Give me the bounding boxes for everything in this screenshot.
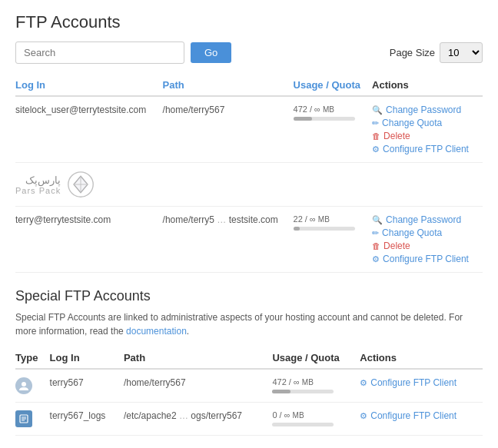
special-section-title: Special FTP Accounts bbox=[15, 288, 483, 304]
configure-ftp-link[interactable]: Configure FTP Client bbox=[372, 144, 476, 154]
cell-actions: Configure FTP Client bbox=[360, 369, 483, 403]
delete-link[interactable]: Delete bbox=[372, 131, 476, 141]
cell-login: terry567 bbox=[50, 369, 124, 403]
gear-icon bbox=[372, 254, 380, 264]
cell-actions: Configure FTP Client bbox=[360, 403, 483, 436]
progress-bar-bg bbox=[272, 423, 334, 426]
change-password-link[interactable]: Change Password bbox=[372, 105, 476, 115]
progress-bar-bg bbox=[272, 390, 334, 393]
table-row: terry@terrytestsite.com /home/terry5 … t… bbox=[15, 207, 483, 273]
pencil-icon bbox=[372, 118, 379, 128]
delete-link-2[interactable]: Delete bbox=[372, 241, 476, 251]
special-table-row: terry567_logs /etc/apache2 … ogs/terry56… bbox=[15, 403, 483, 436]
special-ftp-table: Type Log In Path Usage / Quota Actions t… bbox=[15, 347, 483, 436]
col-actions: Actions bbox=[372, 75, 483, 96]
change-quota-link[interactable]: Change Quota bbox=[372, 118, 476, 128]
pencil-icon bbox=[372, 227, 379, 238]
table-header-row: Log In Path Usage / Quota Actions bbox=[15, 75, 483, 96]
actions-cell: Change Password Change Quota Delete Conf… bbox=[372, 105, 476, 154]
pars-pack-text: پارس‌پک Pars Pack bbox=[15, 174, 61, 195]
cell-usage: 0 / ∞ MB bbox=[272, 403, 360, 436]
trash-icon bbox=[372, 131, 380, 141]
special-configure-ftp-link-1[interactable]: Configure FTP Client bbox=[360, 377, 476, 388]
cell-path: /home/terry567 bbox=[163, 96, 294, 163]
cell-usage: 472 / ∞ MB bbox=[272, 369, 360, 403]
progress-bar-bg bbox=[294, 227, 355, 231]
cell-actions: Change Password Change Quota Delete Conf… bbox=[372, 207, 483, 273]
documentation-link[interactable]: documentation bbox=[126, 326, 187, 337]
user-type-icon bbox=[15, 377, 32, 394]
page-size-label: Page Size bbox=[390, 47, 435, 58]
col-login: Log In bbox=[50, 347, 124, 369]
change-password-link-2[interactable]: Change Password bbox=[372, 214, 476, 225]
cell-actions: Change Password Change Quota Delete Conf… bbox=[372, 96, 483, 163]
gear-icon bbox=[360, 410, 367, 421]
logo-area: پارس‌پک Pars Pack bbox=[15, 168, 483, 201]
cell-login: sitelock_user@terrytestsite.com bbox=[15, 96, 163, 163]
search-input[interactable] bbox=[15, 41, 184, 64]
ftp-accounts-table: Log In Path Usage / Quota Actions sitelo… bbox=[15, 75, 483, 273]
gear-icon bbox=[360, 377, 367, 388]
pars-pack-logo bbox=[67, 171, 95, 198]
cell-path: /home/terry5 … testsite.com bbox=[163, 207, 294, 273]
cell-type bbox=[15, 403, 50, 436]
trash-icon bbox=[372, 241, 380, 251]
col-usage: Usage / Quota bbox=[294, 75, 373, 96]
col-path: Path bbox=[163, 75, 294, 96]
special-configure-ftp-link-2[interactable]: Configure FTP Client bbox=[360, 410, 476, 421]
logo-row: پارس‌پک Pars Pack bbox=[15, 163, 483, 207]
user-icon bbox=[18, 380, 29, 391]
cell-usage: 472 / ∞ MB bbox=[294, 96, 373, 163]
progress-bar-fill bbox=[294, 227, 300, 231]
search-icon bbox=[372, 105, 383, 115]
col-actions: Actions bbox=[360, 347, 483, 369]
cell-usage: 22 / ∞ MB bbox=[294, 207, 373, 273]
cell-type bbox=[15, 369, 50, 403]
cell-path: /home/terry567 bbox=[124, 369, 272, 403]
logo-cell: پارس‌پک Pars Pack bbox=[15, 163, 483, 207]
page-title: FTP Accounts bbox=[15, 12, 483, 32]
logs-type-icon bbox=[15, 410, 32, 427]
page-size-select[interactable]: 10 25 50 100 bbox=[440, 42, 483, 63]
col-usage: Usage / Quota bbox=[272, 347, 360, 369]
page-size-control: Page Size 10 25 50 100 bbox=[390, 42, 483, 63]
change-quota-link-2[interactable]: Change Quota bbox=[372, 227, 476, 238]
cell-login: terry@terrytestsite.com bbox=[15, 207, 163, 273]
search-icon bbox=[372, 214, 383, 225]
col-login: Log In bbox=[15, 75, 163, 96]
progress-bar-fill bbox=[294, 117, 312, 121]
configure-ftp-link-2[interactable]: Configure FTP Client bbox=[372, 254, 476, 264]
progress-bar-fill bbox=[272, 390, 290, 393]
special-table-header-row: Type Log In Path Usage / Quota Actions bbox=[15, 347, 483, 369]
special-table-row: terry567 /home/terry567 472 / ∞ MB Confi… bbox=[15, 369, 483, 403]
logs-icon bbox=[18, 413, 29, 424]
actions-cell: Change Password Change Quota Delete Conf… bbox=[372, 214, 476, 264]
gear-icon bbox=[372, 144, 380, 154]
go-button[interactable]: Go bbox=[191, 42, 231, 63]
col-path: Path bbox=[124, 347, 272, 369]
svg-point-5 bbox=[22, 382, 26, 387]
cell-path: /etc/apache2 … ogs/terry567 bbox=[124, 403, 272, 436]
cell-login: terry567_logs bbox=[50, 403, 124, 436]
special-section-desc: Special FTP Accounts are linked to admin… bbox=[15, 310, 483, 338]
table-row: sitelock_user@terrytestsite.com /home/te… bbox=[15, 96, 483, 163]
search-bar: Go Page Size 10 25 50 100 bbox=[15, 41, 483, 64]
col-type: Type bbox=[15, 347, 50, 369]
progress-bar-bg bbox=[294, 117, 355, 121]
